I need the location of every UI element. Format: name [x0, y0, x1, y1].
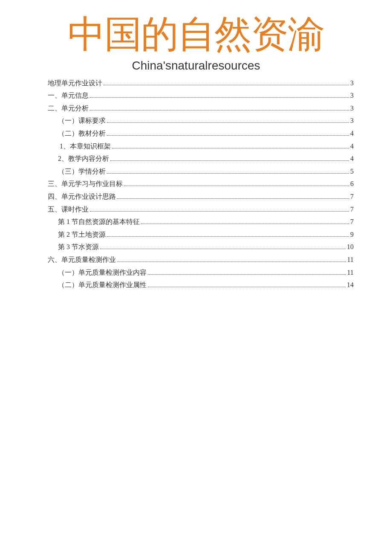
toc-entry-label: 第 3 节水资源: [58, 241, 99, 253]
toc-entry-label: （二）教材分析: [58, 127, 106, 140]
toc-entry-page: 4: [350, 127, 354, 140]
toc-entry-page: 6: [350, 177, 354, 190]
toc-entry-label: （二）单元质量检测作业属性: [58, 279, 147, 291]
toc-leader-dots: [148, 274, 346, 275]
toc-leader-dots: [107, 173, 349, 174]
toc-entry: （二）教材分析4: [38, 127, 354, 140]
toc-entry: 2、教学内容分析4: [38, 152, 354, 165]
toc-entry: 第 3 节水资源10: [38, 241, 354, 253]
toc-leader-dots: [104, 85, 349, 85]
toc-entry-page: 7: [350, 215, 354, 228]
toc-entry-page: 3: [350, 114, 354, 127]
toc-entry: （一）单元质量检测作业内容11: [38, 266, 354, 279]
toc-entry-page: 11: [347, 253, 354, 266]
toc-entry-label: 三、单元学习与作业目标: [48, 177, 123, 190]
toc-leader-dots: [100, 249, 346, 249]
toc-leader-dots: [90, 110, 349, 110]
toc-entry-page: 7: [350, 203, 354, 216]
toc-entry: 1、本章知识框架4: [38, 140, 354, 153]
toc-leader-dots: [141, 224, 349, 224]
toc-entry-label: 第 1 节自然资源的基本特征: [58, 215, 140, 228]
toc-leader-dots: [117, 198, 349, 199]
toc-leader-dots: [90, 211, 349, 212]
toc-entry: （二）单元质量检测作业属性14: [38, 279, 354, 291]
toc-leader-dots: [107, 122, 349, 123]
toc-entry-label: 二、单元分析: [48, 102, 89, 115]
toc-entry-label: 2、教学内容分析: [58, 152, 109, 165]
toc-entry: 四、单元作业设计思路7: [38, 190, 354, 203]
toc-entry-page: 10: [347, 241, 354, 253]
toc-entry: 六、单元质量检测作业11: [38, 253, 354, 266]
toc-entry-label: 一、单元信息: [48, 89, 89, 102]
toc-leader-dots: [90, 97, 349, 98]
toc-entry-page: 4: [350, 140, 354, 153]
toc-entry: 五、课时作业7: [38, 203, 354, 216]
toc-entry: 第 1 节自然资源的基本特征7: [38, 215, 354, 228]
toc-entry: （一）课标要求3: [38, 114, 354, 127]
toc-leader-dots: [112, 148, 349, 148]
toc-entry: 二、单元分析3: [38, 102, 354, 115]
toc-entry-page: 3: [350, 89, 354, 102]
document-title: 中国的自然资渝: [38, 12, 354, 57]
toc-entry-page: 9: [350, 228, 354, 241]
toc-entry-label: 第 2 节土地资源: [58, 228, 106, 241]
toc-entry-label: 四、单元作业设计思路: [48, 190, 116, 203]
toc-entry: 第 2 节土地资源9: [38, 228, 354, 241]
toc-entry-label: （一）课标要求: [58, 114, 106, 127]
toc-leader-dots: [107, 236, 349, 237]
toc-entry-page: 11: [347, 266, 354, 279]
toc-entry-label: 1、本章知识框架: [60, 140, 111, 153]
toc-entry-label: 六、单元质量检测作业: [48, 253, 116, 266]
toc-entry: 三、单元学习与作业目标6: [38, 177, 354, 190]
toc-entry-page: 4: [350, 152, 354, 165]
toc-entry-label: 五、课时作业: [48, 203, 89, 216]
toc-entry-page: 5: [350, 165, 354, 178]
toc-entry: （三）学情分析5: [38, 165, 354, 178]
toc-entry-page: 7: [350, 190, 354, 203]
toc-entry-page: 3: [350, 77, 354, 90]
toc-entry-label: 地理单元作业设计: [48, 77, 102, 90]
toc-entry-label: （一）单元质量检测作业内容: [58, 266, 147, 279]
toc-entry: 一、单元信息3: [38, 89, 354, 102]
toc-entry-page: 3: [350, 102, 354, 115]
toc-leader-dots: [148, 287, 346, 287]
toc-leader-dots: [124, 186, 349, 186]
toc-entry-page: 14: [347, 279, 354, 291]
table-of-contents: 地理单元作业设计3一、单元信息3二、单元分析3（一）课标要求3（二）教材分析41…: [38, 77, 354, 291]
toc-leader-dots: [110, 160, 349, 161]
toc-entry-label: （三）学情分析: [58, 165, 106, 178]
toc-leader-dots: [117, 262, 346, 262]
toc-entry: 地理单元作业设计3: [38, 77, 354, 90]
document-subtitle: China'snaturalresources: [38, 59, 354, 73]
toc-leader-dots: [107, 135, 349, 136]
